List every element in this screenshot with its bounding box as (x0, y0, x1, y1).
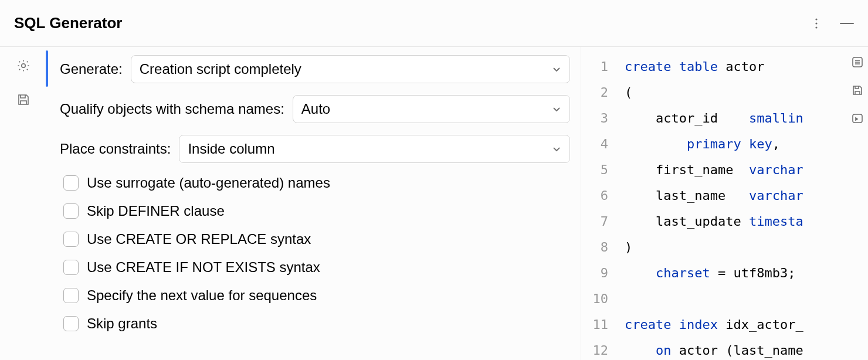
constraints-value: Inside column (188, 141, 274, 157)
svg-point-1 (815, 22, 817, 24)
constraints-label: Place constraints: (60, 141, 171, 157)
code-line: create table actor (625, 54, 868, 80)
checkbox-list: Use surrogate (auto-generated) namesSkip… (60, 175, 570, 332)
svg-point-3 (22, 64, 25, 67)
svg-rect-5 (853, 114, 862, 123)
editor-gutter: 123456789101112 (581, 49, 614, 360)
gutter-line-number: 12 (581, 338, 614, 360)
code-line: primary key, (625, 131, 868, 157)
generate-label: Generate: (60, 61, 123, 77)
checkbox-label: Use CREATE IF NOT EXISTS syntax (87, 259, 320, 276)
checkbox-row: Specify the next value for sequences (63, 287, 570, 304)
header-actions (809, 16, 854, 30)
checkbox-row: Use CREATE OR REPLACE syntax (63, 231, 570, 247)
code-line: ( (625, 80, 868, 106)
gutter-line-number: 8 (581, 235, 614, 260)
save-file-icon[interactable] (850, 83, 864, 97)
generate-value: Creation script completely (140, 61, 301, 77)
structure-icon[interactable] (850, 55, 864, 69)
checkbox[interactable] (63, 316, 79, 331)
gutter-line-number: 9 (581, 260, 614, 286)
checkbox[interactable] (63, 288, 79, 303)
editor-right-toolbar (850, 55, 864, 125)
more-vert-icon[interactable] (809, 16, 823, 30)
constraints-select[interactable]: Inside column (179, 135, 570, 163)
gutter-line-number: 11 (581, 312, 614, 338)
minimize-icon[interactable] (840, 16, 854, 30)
sql-editor: 123456789101112 create table actor( acto… (581, 47, 868, 360)
body: Generate: Creation script completely Qua… (0, 47, 868, 360)
run-console-icon[interactable] (850, 111, 864, 125)
code-line: charset = utf8mb3; (625, 260, 868, 286)
qualify-select[interactable]: Auto (293, 95, 570, 123)
gear-icon[interactable] (16, 59, 30, 73)
gutter-line-number: 1 (581, 54, 614, 80)
svg-point-2 (815, 26, 817, 28)
qualify-value: Auto (301, 101, 330, 117)
checkbox-row: Use CREATE IF NOT EXISTS syntax (63, 259, 570, 276)
checkbox-row: Use surrogate (auto-generated) names (63, 175, 570, 191)
svg-point-0 (815, 18, 817, 20)
chevron-down-icon (552, 144, 561, 154)
checkbox-label: Use surrogate (auto-generated) names (87, 175, 330, 191)
checkbox-label: Specify the next value for sequences (87, 287, 317, 304)
code-line: ) (625, 235, 868, 260)
checkbox[interactable] (63, 175, 79, 191)
chevron-down-icon (552, 104, 561, 114)
options-panel: Generate: Creation script completely Qua… (47, 47, 581, 360)
code-line (625, 286, 868, 312)
header: SQL Generator (0, 0, 868, 47)
checkbox[interactable] (63, 232, 79, 247)
gutter-line-number: 3 (581, 106, 614, 131)
gutter-line-number: 2 (581, 80, 614, 106)
gutter-line-number: 10 (581, 286, 614, 312)
gutter-line-number: 7 (581, 209, 614, 235)
checkbox-row: Skip grants (63, 315, 570, 332)
code-line: on actor (last_name (625, 338, 868, 360)
chevron-down-icon (552, 64, 561, 74)
code-line: last_update timesta (625, 209, 868, 235)
editor-code[interactable]: create table actor( actor_id smallin pri… (614, 49, 868, 360)
page-title: SQL Generator (14, 14, 122, 32)
checkbox[interactable] (63, 260, 79, 275)
gutter-line-number: 4 (581, 131, 614, 157)
gutter-line-number: 5 (581, 157, 614, 183)
checkbox-row: Skip DEFINER clause (63, 203, 570, 219)
code-line: create index idx_actor_ (625, 312, 868, 338)
qualify-label: Qualify objects with schema names: (60, 101, 284, 117)
code-line: first_name varchar (625, 157, 868, 183)
code-line: actor_id smallin (625, 106, 868, 131)
checkbox[interactable] (63, 203, 79, 219)
gutter-line-number: 6 (581, 183, 614, 209)
checkbox-label: Use CREATE OR REPLACE syntax (87, 231, 311, 247)
left-toolbar (0, 47, 47, 360)
save-icon[interactable] (16, 93, 30, 107)
checkbox-label: Skip grants (87, 315, 157, 332)
generate-select[interactable]: Creation script completely (131, 55, 570, 83)
checkbox-label: Skip DEFINER clause (87, 203, 225, 219)
code-line: last_name varchar (625, 183, 868, 209)
